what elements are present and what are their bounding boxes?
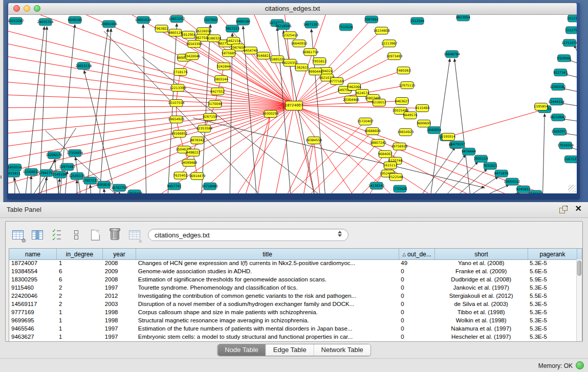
cell-pagerank[interactable]: 5.5E-5 bbox=[528, 292, 577, 300]
network-node[interactable]: 20691406 bbox=[101, 20, 117, 28]
network-node[interactable]: 1362615 bbox=[294, 64, 309, 71]
cell-name[interactable]: 9463627 bbox=[9, 333, 57, 341]
network-node[interactable]: 17016504 bbox=[557, 142, 574, 149]
network-node[interactable]: 2087662 bbox=[364, 16, 379, 23]
cell-name[interactable]: 19384554 bbox=[9, 268, 57, 276]
network-edge[interactable] bbox=[104, 189, 105, 193]
network-node[interactable]: 20364486 bbox=[343, 96, 359, 103]
network-node[interactable]: 1112753 bbox=[565, 27, 577, 34]
network-node[interactable]: 2522548 bbox=[389, 173, 403, 181]
network-node[interactable]: 16782759 bbox=[111, 184, 127, 191]
network-edge[interactable] bbox=[453, 169, 487, 193]
network-node[interactable]: 12923446 bbox=[126, 190, 143, 193]
table-row[interactable]: 1456911722003Disruption of a novel membe… bbox=[9, 300, 577, 309]
network-node[interactable]: 2935114 bbox=[474, 155, 488, 162]
cell-title[interactable]: Estimation of significance thresholds fo… bbox=[136, 276, 399, 284]
network-node[interactable]: 12213967 bbox=[381, 40, 398, 47]
network-node[interactable]: 1512544 bbox=[410, 17, 424, 25]
cell-year[interactable]: 2008 bbox=[103, 259, 136, 268]
network-node[interactable]: 2718176 bbox=[173, 69, 188, 76]
cell-name[interactable]: 14569117 bbox=[9, 300, 57, 309]
network-node[interactable]: 19654925 bbox=[168, 116, 185, 123]
column-header-year[interactable]: year bbox=[103, 249, 136, 259]
table-row[interactable]: 946554611997Estimation of the future num… bbox=[9, 325, 577, 333]
column-header-short[interactable]: short bbox=[435, 249, 528, 259]
network-edge[interactable] bbox=[119, 192, 120, 193]
network-node[interactable]: 10958167 bbox=[96, 181, 112, 188]
scrollbar-thumb[interactable] bbox=[577, 260, 581, 276]
row-height-icon[interactable] bbox=[69, 228, 83, 242]
table-row[interactable]: 946362711997Embryonic stem cells: a mode… bbox=[9, 333, 577, 341]
network-edge[interactable] bbox=[542, 114, 545, 193]
cell-year[interactable]: 1997 bbox=[103, 333, 136, 341]
cell-title[interactable]: Investigating the contribution of common… bbox=[136, 292, 399, 300]
network-node[interactable]: 14136141 bbox=[368, 182, 385, 189]
network-node[interactable]: 9684067 bbox=[378, 150, 393, 158]
network-edge[interactable] bbox=[143, 25, 146, 193]
network-node[interactable]: 1595854 bbox=[534, 103, 548, 111]
network-node[interactable]: 9463627 bbox=[395, 98, 409, 105]
network-edge[interactable] bbox=[8, 31, 294, 106]
network-node[interactable]: 8466160 bbox=[236, 18, 250, 25]
column-header-name[interactable]: name bbox=[9, 249, 57, 259]
cell-year[interactable]: 1998 bbox=[103, 309, 136, 317]
cell-in_degree[interactable]: 2 bbox=[57, 292, 103, 300]
cell-pagerank[interactable]: 5.3E-5 bbox=[528, 325, 577, 333]
network-edge[interactable] bbox=[8, 105, 294, 107]
network-node[interactable]: 9245042 bbox=[528, 190, 542, 193]
network-node[interactable]: 7955812 bbox=[312, 58, 326, 65]
cell-title[interactable]: Corpus callosum shape and size in male p… bbox=[136, 309, 399, 317]
cell-pagerank[interactable]: 5.9E-5 bbox=[528, 276, 577, 284]
network-view-window[interactable]: citations_edges.txt 10553287240557246046… bbox=[7, 3, 580, 200]
network-node[interactable]: 9457791 bbox=[167, 183, 182, 190]
cell-pagerank[interactable]: 5.3E-5 bbox=[528, 309, 577, 317]
network-node[interactable]: 16154808 bbox=[374, 27, 390, 34]
network-edge[interactable] bbox=[85, 29, 108, 193]
network-node[interactable]: 8216012 bbox=[372, 99, 386, 106]
network-node[interactable]: 16210643 bbox=[550, 114, 566, 121]
cell-in_degree[interactable]: 1 bbox=[57, 317, 103, 325]
network-node[interactable]: 7963822 bbox=[155, 25, 169, 32]
network-node[interactable]: 9699695 bbox=[417, 120, 431, 127]
table-row[interactable]: 1938455462009Genome-wide association stu… bbox=[9, 268, 577, 276]
cell-title[interactable]: Structural magnetic resonance image aver… bbox=[136, 317, 399, 325]
network-node[interactable]: 12975115 bbox=[399, 82, 416, 89]
network-node[interactable]: 1512345 bbox=[567, 15, 577, 22]
close-icon[interactable]: ✕ bbox=[575, 205, 582, 213]
network-node[interactable]: 15692971 bbox=[551, 128, 568, 135]
network-node[interactable]: 24055724 bbox=[37, 18, 54, 26]
network-node[interactable]: 16543392 bbox=[186, 40, 202, 48]
cell-short[interactable]: Wolkin et al. (1998) bbox=[434, 317, 528, 325]
network-node[interactable]: 19756928 bbox=[391, 143, 408, 150]
cell-title[interactable]: Changes of HCN gene expression and I(f) … bbox=[136, 259, 399, 268]
network-node[interactable]: 8267150 bbox=[203, 113, 217, 120]
network-node[interactable]: 14671355 bbox=[303, 21, 319, 28]
network-edge[interactable] bbox=[168, 24, 177, 193]
network-node[interactable]: 16961758 bbox=[302, 49, 318, 56]
cell-pagerank[interactable]: 5.3E-5 bbox=[528, 317, 577, 325]
table-columns-icon[interactable] bbox=[30, 228, 44, 242]
network-node[interactable]: 1615112 bbox=[383, 162, 398, 169]
network-edge[interactable] bbox=[430, 59, 450, 193]
table-settings-icon[interactable]: ⚙ bbox=[11, 228, 25, 242]
cell-pagerank[interactable]: 5.6E-5 bbox=[528, 268, 577, 276]
cell-out_degree[interactable]: 0 bbox=[399, 276, 434, 284]
cell-year[interactable]: 2008 bbox=[103, 276, 136, 284]
network-edge[interactable] bbox=[8, 105, 294, 120]
network-node[interactable]: 18226058 bbox=[195, 28, 211, 35]
network-node[interactable]: 3915411 bbox=[8, 170, 20, 177]
network-node[interactable]: 15718485 bbox=[202, 183, 218, 190]
network-edge[interactable] bbox=[430, 155, 466, 193]
cell-out_degree[interactable]: 0 bbox=[399, 333, 434, 341]
network-edge[interactable] bbox=[442, 162, 478, 193]
network-node[interactable]: 18300295 bbox=[263, 110, 279, 117]
network-node[interactable]: 16640910 bbox=[291, 40, 308, 47]
cell-out_degree[interactable]: 0 bbox=[399, 317, 434, 325]
network-node[interactable]: 4498222 bbox=[186, 149, 200, 156]
cell-name[interactable]: 22420046 bbox=[9, 292, 57, 300]
network-graph[interactable]: 1055328724055724604616020691406198610241… bbox=[8, 15, 577, 193]
cell-short[interactable]: Dudbridge et al. (2008) bbox=[434, 276, 528, 284]
side-panel-edge[interactable] bbox=[0, 0, 4, 202]
network-node[interactable]: 20653138 bbox=[75, 62, 92, 70]
network-node[interactable]: 6046160 bbox=[68, 16, 82, 24]
